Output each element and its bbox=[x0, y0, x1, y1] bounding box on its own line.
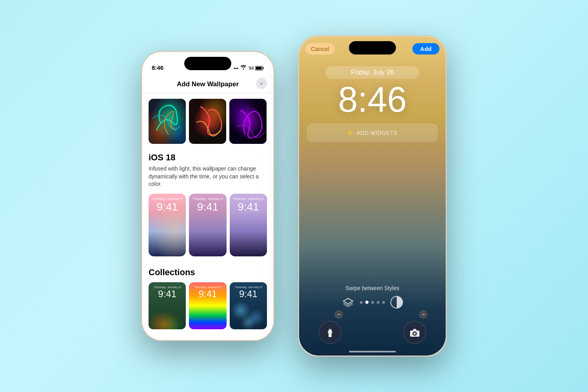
wallpaper-sheet: Add New Wallpaper × bbox=[142, 74, 273, 340]
style-thumb-2-time: 9:41 bbox=[189, 201, 226, 213]
dot-3[interactable] bbox=[371, 301, 374, 304]
dynamic-island-left bbox=[184, 57, 231, 70]
neon-thumb-1[interactable] bbox=[149, 99, 186, 144]
ios18-title: iOS 18 bbox=[149, 152, 267, 163]
style-thumb-1-time: 9:41 bbox=[149, 201, 186, 213]
add-widgets-icon: ⊕ bbox=[347, 129, 352, 136]
dot-1[interactable] bbox=[360, 301, 363, 304]
left-phone: 8:46 ▪▪▪ 94 Add New Wallpaper × bbox=[141, 51, 274, 341]
svg-rect-3 bbox=[256, 67, 262, 70]
collection-thumbnails: Tuesday, January 9 9:41 Tuesday, January… bbox=[149, 282, 267, 329]
svg-rect-6 bbox=[329, 329, 331, 330]
camera-icon bbox=[409, 328, 420, 337]
lock-screen-actions: − − bbox=[299, 310, 446, 344]
style-thumb-3-time: 9:41 bbox=[230, 201, 267, 213]
coll-2-time: 9:41 bbox=[189, 289, 226, 299]
collection-thumb-rainbow[interactable]: Tuesday, January 9 9:41 bbox=[189, 282, 226, 329]
cancel-button[interactable]: Cancel bbox=[305, 43, 335, 54]
svg-point-11 bbox=[417, 332, 418, 333]
right-phone: Cancel Add Friday, July 26 8:46 ⊕ ADD WI… bbox=[298, 35, 447, 357]
svg-point-0 bbox=[243, 69, 244, 70]
style-thumb-1[interactable]: Tuesday, January 9 9:41 bbox=[149, 194, 186, 256]
wifi-icon bbox=[240, 65, 247, 71]
swipe-controls bbox=[342, 296, 403, 309]
appearance-toggle-icon[interactable] bbox=[390, 296, 403, 309]
collection-thumb-bubbles[interactable]: Tuesday, January 9 9:41 bbox=[230, 282, 267, 329]
coll-bubbles-overlay bbox=[230, 282, 267, 329]
left-phone-screen: 8:46 ▪▪▪ 94 Add New Wallpaper × bbox=[142, 52, 273, 340]
add-button[interactable]: Add bbox=[412, 43, 439, 54]
add-widgets-label: ADD WIDGETS bbox=[357, 130, 397, 136]
coll-fish-overlay bbox=[149, 306, 186, 329]
swipe-label: Swipe between Styles bbox=[346, 285, 399, 291]
style-thumb-3[interactable]: Tuesday, January 9 9:41 bbox=[230, 194, 267, 256]
ios18-description: Infused with light, this wallpaper can c… bbox=[149, 165, 267, 188]
status-icons-left: ▪▪▪ 94 bbox=[234, 65, 264, 71]
battery-icon: 94 bbox=[249, 65, 264, 71]
collections-title: Collections bbox=[149, 267, 267, 278]
neon-thumb-3[interactable] bbox=[229, 99, 267, 144]
svg-point-7 bbox=[329, 334, 331, 336]
dot-4[interactable] bbox=[377, 301, 379, 304]
collection-thumb-nature[interactable]: Tuesday, January 9 9:41 bbox=[149, 282, 186, 329]
dot-5[interactable] bbox=[382, 301, 385, 304]
neon-thumbnails bbox=[142, 93, 273, 149]
swipe-styles-area: Swipe between Styles bbox=[299, 285, 446, 309]
dot-2-active[interactable] bbox=[365, 301, 368, 304]
lock-screen-date: Friday, July 26 bbox=[325, 66, 419, 79]
neon-thumb-2[interactable] bbox=[189, 99, 226, 144]
signal-icon: ▪▪▪ bbox=[234, 65, 239, 71]
torch-button[interactable] bbox=[319, 321, 341, 344]
camera-minus-button[interactable]: − bbox=[419, 310, 428, 319]
style-thumb-1-date: Tuesday, January 9 bbox=[149, 197, 186, 201]
camera-button[interactable] bbox=[403, 321, 426, 344]
lock-screen-time: 8:46 bbox=[299, 82, 446, 117]
layers-icon[interactable] bbox=[342, 296, 354, 309]
ios18-section: iOS 18 Infused with light, this wallpape… bbox=[142, 149, 273, 263]
svg-rect-2 bbox=[263, 67, 264, 69]
close-button[interactable]: × bbox=[256, 78, 267, 89]
lock-screen-content: Friday, July 26 8:46 ⊕ ADD WIDGETS Swipe… bbox=[299, 58, 446, 356]
style-dots bbox=[360, 301, 385, 304]
add-widgets-area[interactable]: ⊕ ADD WIDGETS bbox=[307, 123, 438, 142]
home-indicator bbox=[349, 351, 396, 352]
collections-section: Collections Tuesday, January 9 9:41 Tues… bbox=[142, 263, 273, 334]
style-thumb-2[interactable]: Tuesday, January 9 9:41 bbox=[189, 194, 226, 256]
torch-button-wrap: − bbox=[319, 310, 341, 344]
right-phone-screen: Cancel Add Friday, July 26 8:46 ⊕ ADD WI… bbox=[299, 36, 446, 356]
svg-marker-5 bbox=[328, 330, 332, 333]
sheet-header: Add New Wallpaper × bbox=[142, 74, 273, 93]
lock-screen-header: Cancel Add bbox=[299, 36, 446, 58]
camera-button-wrap: − bbox=[403, 310, 426, 344]
style-thumb-2-date: Tuesday, January 9 bbox=[189, 197, 226, 201]
torch-minus-button[interactable]: − bbox=[334, 310, 343, 319]
coll-1-time: 9:41 bbox=[149, 289, 186, 299]
sheet-title: Add New Wallpaper bbox=[177, 80, 239, 88]
style-thumb-3-date: Tuesday, January 9 bbox=[230, 197, 267, 201]
torch-icon bbox=[325, 327, 335, 338]
status-time-left: 8:46 bbox=[152, 64, 163, 71]
style-thumbnails: Tuesday, January 9 9:41 Tuesday, January… bbox=[149, 194, 267, 256]
half-moon-fill bbox=[397, 297, 402, 308]
